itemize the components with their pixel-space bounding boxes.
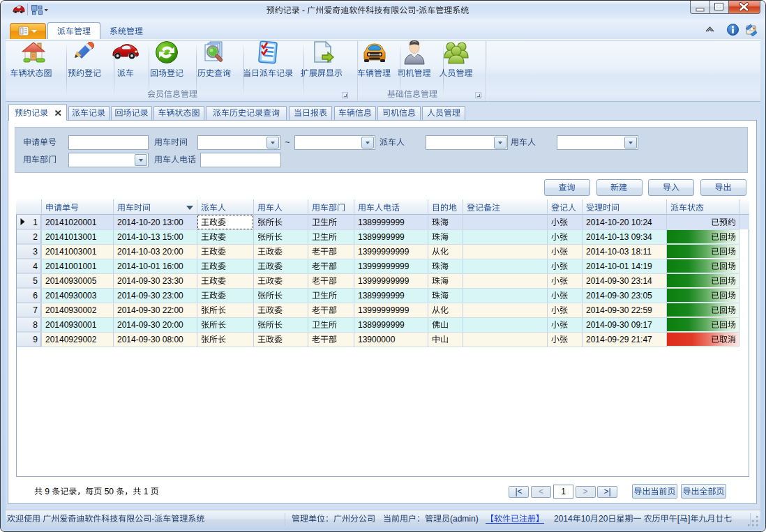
svg-text:-: -: [416, 6, 419, 15]
svg-text:2014-10-03 18:11: 2014-10-03 18:11: [586, 247, 652, 257]
svg-text:10: 10: [581, 514, 591, 524]
svg-text:7: 7: [33, 305, 38, 315]
svg-text:2014-09-30 08:00: 2014-09-30 08:00: [117, 335, 183, 344]
svg-text:2014: 2014: [554, 514, 573, 524]
svg-text:13999999999: 13999999999: [358, 247, 410, 257]
svg-text:2014-09-30 22:59: 2014-09-30 22:59: [586, 305, 652, 315]
svg-text:20140930005: 20140930005: [45, 276, 97, 286]
svg-text:1389999999: 1389999999: [358, 291, 405, 301]
svg-text:]: ]: [688, 514, 690, 524]
svg-text:2014-09-30 23:14: 2014-09-30 23:14: [586, 276, 652, 286]
svg-text:1: 1: [33, 218, 38, 227]
svg-text:20: 20: [599, 514, 608, 524]
svg-text:2014-09-30 23:05: 2014-09-30 23:05: [586, 291, 652, 301]
svg-text:50: 50: [102, 487, 116, 496]
svg-text:2014-10-20 10:24: 2014-10-20 10:24: [586, 218, 652, 227]
svg-text:1: 1: [141, 487, 150, 496]
svg-text:2014-10-20 13:00: 2014-10-20 13:00: [117, 218, 183, 227]
svg-text:2014-09-30 23:30: 2014-09-30 23:30: [117, 276, 183, 286]
svg-text:2: 2: [33, 232, 38, 242]
svg-text:2014-10-03 20:00: 2014-10-03 20:00: [117, 247, 183, 257]
svg-text:2014-10-01 16:00: 2014-10-01 16:00: [117, 261, 183, 271]
svg-text:20141013001: 20141013001: [45, 232, 97, 242]
svg-text:13999999999: 13999999999: [358, 261, 410, 271]
svg-text:13900000: 13900000: [358, 335, 396, 344]
svg-text:1389999999: 1389999999: [358, 232, 405, 242]
svg-text:6: 6: [33, 291, 38, 301]
svg-text:1389999999: 1389999999: [358, 320, 405, 330]
svg-text:20140929002: 20140929002: [45, 335, 97, 344]
svg-text:4: 4: [33, 261, 38, 271]
svg-text:2014-09-30 20:00: 2014-09-30 20:00: [117, 320, 183, 330]
svg-text:2014-10-01 14:19: 2014-10-01 14:19: [586, 261, 652, 271]
svg-text:>|: >|: [603, 487, 610, 496]
svg-text:(admin): (admin): [450, 514, 479, 524]
svg-text:|<: |<: [515, 487, 522, 496]
svg-text:2014-09-30 09:17: 2014-09-30 09:17: [586, 320, 652, 330]
svg-text:2014-09-29 21:47: 2014-09-29 21:47: [586, 335, 652, 344]
svg-text:8: 8: [33, 320, 38, 330]
svg-text:13999999999: 13999999999: [358, 276, 410, 286]
svg-text:20140930002: 20140930002: [45, 305, 97, 315]
svg-text:-: -: [151, 514, 154, 524]
svg-text:<: <: [539, 487, 543, 496]
svg-text:2014-10-13 09:34: 2014-10-13 09:34: [586, 232, 652, 242]
svg-text:13999999999: 13999999999: [358, 305, 410, 315]
svg-text:20141001001: 20141001001: [45, 261, 97, 271]
svg-text:-: -: [300, 6, 308, 15]
svg-text:9: 9: [33, 335, 38, 344]
svg-text:~: ~: [285, 137, 290, 147]
svg-text:20141020001: 20141020001: [45, 218, 97, 227]
svg-text:20140930003: 20140930003: [45, 291, 97, 301]
svg-text:3: 3: [33, 247, 38, 257]
svg-text:9: 9: [43, 487, 52, 496]
svg-text:20140930001: 20140930001: [45, 320, 97, 330]
svg-text:5: 5: [33, 276, 38, 286]
svg-text:[: [: [677, 514, 680, 524]
svg-text:>: >: [583, 487, 588, 496]
svg-text:1389999999: 1389999999: [358, 218, 405, 227]
svg-text:2014-09-30 23:00: 2014-09-30 23:00: [117, 291, 183, 301]
svg-text:2014-09-30 22:00: 2014-09-30 22:00: [117, 305, 183, 315]
svg-text:2014-10-13 15:00: 2014-10-13 15:00: [117, 232, 183, 242]
svg-text:20141003001: 20141003001: [45, 247, 97, 257]
svg-text:1: 1: [561, 487, 566, 496]
